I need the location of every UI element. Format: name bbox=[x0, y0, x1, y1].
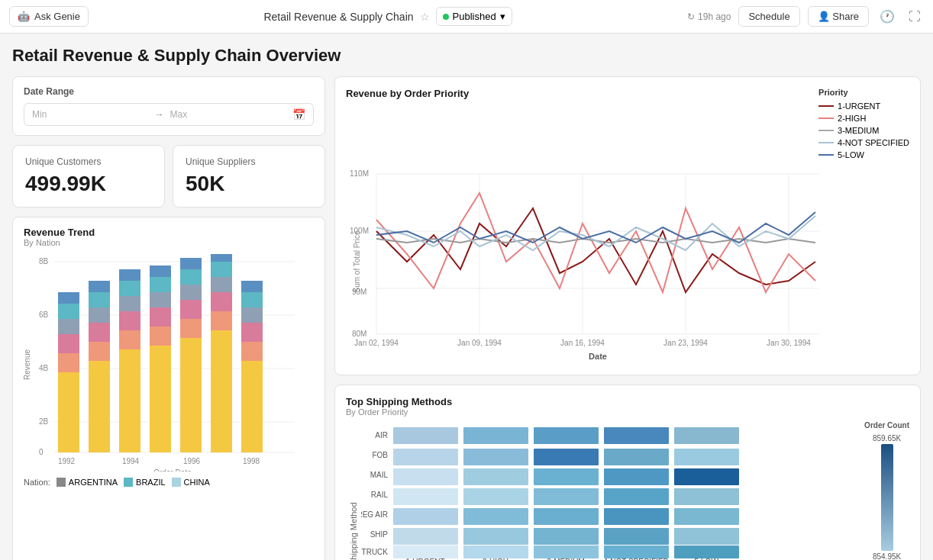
svg-text:SHIP: SHIP bbox=[370, 530, 389, 539]
not-specified-line bbox=[818, 142, 834, 143]
svg-rect-97 bbox=[534, 468, 599, 485]
svg-rect-16 bbox=[58, 292, 79, 304]
calendar-icon[interactable]: 📅 bbox=[292, 108, 305, 121]
heatmap-area: AIR FOB MAIL RAIL REG AIR SHIP TRUCK bbox=[361, 421, 855, 560]
svg-rect-39 bbox=[180, 269, 202, 285]
brazil-color bbox=[124, 478, 133, 487]
svg-rect-116 bbox=[463, 546, 528, 558]
svg-text:Date: Date bbox=[589, 352, 607, 361]
refresh-time: 19h ago bbox=[698, 11, 731, 22]
share-button[interactable]: 👤 Share bbox=[808, 6, 869, 27]
shipping-methods-card: Top Shipping Methods By Order Priority S… bbox=[334, 385, 921, 560]
low-line bbox=[818, 154, 834, 156]
svg-rect-14 bbox=[58, 319, 79, 334]
svg-rect-51 bbox=[241, 292, 263, 307]
svg-text:Sum of Total Price: Sum of Total Price bbox=[353, 230, 361, 292]
svg-rect-30 bbox=[150, 327, 171, 346]
svg-rect-111 bbox=[463, 528, 528, 545]
svg-text:1994: 1994 bbox=[122, 457, 140, 465]
svg-rect-107 bbox=[534, 508, 599, 525]
svg-text:Order Date: Order Date bbox=[153, 468, 192, 471]
right-column: Revenue by Order Priority Priority 1-URG… bbox=[334, 76, 921, 560]
svg-text:MAIL: MAIL bbox=[370, 471, 389, 479]
svg-rect-23 bbox=[119, 349, 140, 452]
svg-rect-18 bbox=[89, 342, 110, 361]
svg-rect-88 bbox=[604, 427, 669, 444]
share-icon: 👤 bbox=[818, 11, 830, 22]
svg-text:RAIL: RAIL bbox=[371, 491, 389, 499]
svg-rect-44 bbox=[211, 277, 232, 292]
svg-rect-47 bbox=[241, 361, 263, 452]
svg-rect-103 bbox=[604, 488, 669, 505]
priority-legend: Priority 1-URGENT 2-HIGH 3-MEDIUM bbox=[818, 88, 909, 159]
published-label: Published bbox=[453, 11, 496, 22]
svg-rect-13 bbox=[58, 334, 79, 353]
suppliers-card: Unique Suppliers 50K bbox=[173, 145, 325, 208]
history-icon[interactable]: 🕐 bbox=[877, 6, 898, 27]
svg-rect-46 bbox=[211, 254, 232, 262]
legend-high: 2-HIGH bbox=[818, 114, 909, 123]
color-scale: Order Count 859.65K 854.95K bbox=[864, 421, 909, 560]
svg-rect-110 bbox=[393, 528, 458, 545]
svg-text:Jan 02, 1994: Jan 02, 1994 bbox=[354, 339, 399, 347]
main-content: Retail Revenue & Supply Chain Overview D… bbox=[0, 34, 933, 560]
date-max[interactable]: Max bbox=[170, 109, 287, 120]
svg-text:8B: 8B bbox=[39, 257, 49, 266]
svg-rect-33 bbox=[150, 277, 171, 292]
nav-title-area: Retail Revenue & Supply Chain ☆ Publishe… bbox=[96, 7, 680, 26]
page-title: Retail Revenue & Supply Chain Overview bbox=[12, 46, 921, 66]
svg-rect-86 bbox=[463, 427, 528, 444]
svg-rect-20 bbox=[89, 307, 110, 323]
svg-rect-90 bbox=[393, 449, 458, 465]
fullscreen-icon[interactable]: ⛶ bbox=[906, 7, 924, 27]
svg-rect-91 bbox=[463, 449, 528, 465]
svg-text:Jan 23, 1994: Jan 23, 1994 bbox=[663, 339, 708, 347]
shipping-title: Top Shipping Methods bbox=[346, 396, 909, 407]
svg-rect-108 bbox=[604, 508, 669, 525]
svg-rect-105 bbox=[393, 508, 458, 525]
argentina-color bbox=[56, 478, 66, 487]
date-min[interactable]: Min bbox=[32, 109, 149, 120]
svg-text:6B: 6B bbox=[39, 311, 49, 319]
svg-rect-45 bbox=[211, 262, 232, 277]
urgent-line bbox=[818, 105, 834, 107]
max-count: 859.65K bbox=[873, 434, 901, 443]
svg-rect-15 bbox=[58, 304, 79, 319]
date-range-inputs[interactable]: Min → Max 📅 bbox=[24, 103, 314, 126]
svg-text:Jan 09, 1994: Jan 09, 1994 bbox=[457, 339, 502, 347]
svg-text:1998: 1998 bbox=[243, 457, 260, 465]
svg-rect-31 bbox=[150, 307, 171, 327]
date-range-label: Date Range bbox=[24, 86, 314, 97]
brazil-label: BRAZIL bbox=[136, 478, 166, 487]
revenue-trend-subtitle: By Nation bbox=[24, 238, 314, 247]
refresh-icon: ↻ bbox=[687, 11, 695, 22]
svg-rect-42 bbox=[211, 311, 232, 330]
chevron-down-icon: ▾ bbox=[500, 11, 505, 22]
svg-rect-114 bbox=[674, 528, 739, 545]
svg-text:4B: 4B bbox=[39, 364, 49, 372]
svg-rect-34 bbox=[150, 266, 171, 277]
suppliers-value: 50K bbox=[186, 172, 312, 196]
svg-rect-17 bbox=[89, 361, 110, 452]
argentina-legend: ARGENTINA bbox=[56, 478, 118, 487]
svg-rect-89 bbox=[674, 427, 739, 444]
medium-label: 3-MEDIUM bbox=[838, 126, 879, 135]
svg-rect-28 bbox=[119, 269, 140, 281]
revenue-priority-title: Revenue by Order Priority bbox=[346, 88, 469, 99]
ask-genie-button[interactable]: 🤖 Ask Genie bbox=[9, 6, 89, 27]
refresh-area: ↻ 19h ago bbox=[687, 11, 731, 22]
suppliers-label: Unique Suppliers bbox=[186, 156, 312, 167]
arrow-icon: → bbox=[155, 109, 164, 120]
schedule-button[interactable]: Schedule bbox=[738, 6, 799, 27]
svg-rect-102 bbox=[534, 488, 599, 505]
star-icon[interactable]: ☆ bbox=[420, 11, 430, 23]
svg-rect-38 bbox=[180, 285, 202, 300]
svg-text:Revenue: Revenue bbox=[24, 349, 31, 380]
low-label: 5-LOW bbox=[838, 150, 864, 159]
svg-rect-21 bbox=[89, 292, 110, 307]
svg-text:Jan 30, 1994: Jan 30, 1994 bbox=[767, 339, 811, 347]
published-badge[interactable]: Published ▾ bbox=[436, 7, 512, 26]
svg-rect-43 bbox=[211, 292, 232, 311]
legend-low: 5-LOW bbox=[818, 150, 909, 159]
min-count: 854.95K bbox=[873, 552, 901, 560]
